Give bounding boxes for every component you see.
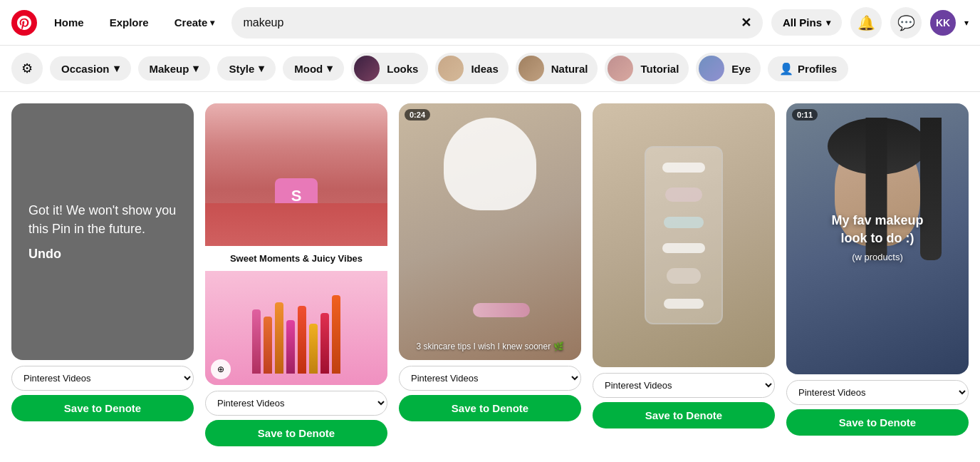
sliders-icon: ⚙ (21, 61, 33, 76)
eye-thumb (699, 56, 724, 81)
pin-1-board-select[interactable]: Pinterest Videos My Board (11, 366, 194, 391)
pin-2-controls: Pinterest Videos My Board Save to Denote (205, 391, 387, 446)
pin-card-dismissed: Got it! We won't show you this Pin in th… (11, 103, 194, 421)
pin-2-image: S Sweet Moments & Juicy Vibes (205, 103, 387, 385)
nav-explore[interactable]: Explore (101, 11, 157, 34)
pin-card-skincare: 0:24 3 skincare tips I wish I knew soone… (399, 103, 581, 421)
filter-looks[interactable]: Looks (351, 53, 428, 84)
pin-4-image (593, 103, 775, 367)
pin-3-save-button[interactable]: Save to Denote (399, 395, 581, 421)
filter-settings-button[interactable]: ⚙ (11, 53, 43, 84)
pin-dismissed-card: Got it! We won't show you this Pin in th… (11, 103, 194, 360)
all-pins-chevron-icon: ▾ (826, 18, 830, 28)
all-pins-button[interactable]: All Pins ▾ (771, 9, 842, 36)
search-clear-icon[interactable]: ✕ (741, 15, 751, 31)
search-bar: makeup ✕ (231, 7, 763, 38)
pin-3-controls: Pinterest Videos My Board Save to Denote (399, 366, 581, 421)
filter-eye[interactable]: Eye (696, 53, 761, 84)
tutorial-thumb (608, 56, 633, 81)
pin-5-image: 0:11 My fav makeuplook to do :)(w produc… (786, 103, 969, 374)
pin-5-video-badge: 0:11 (792, 109, 818, 120)
undo-button[interactable]: Undo (28, 247, 177, 262)
pin-3-overlay-text: 3 skincare tips I wish I knew sooner 🌿 (408, 342, 572, 351)
pin-card-lips: S Sweet Moments & Juicy Vibes (205, 103, 387, 446)
profile-icon: 👤 (779, 62, 793, 76)
pin-5-board-select[interactable]: Pinterest Videos My Board (786, 380, 969, 405)
main-content: Got it! We won't show you this Pin in th… (0, 92, 980, 458)
natural-thumb (518, 56, 544, 81)
pin-5-save-button[interactable]: Save to Denote (786, 409, 969, 436)
filter-ideas[interactable]: Ideas (435, 53, 508, 84)
pin-1-controls: Pinterest Videos My Board Save to Denote (11, 366, 194, 421)
pin-3-image: 0:24 3 skincare tips I wish I knew soone… (399, 103, 581, 360)
style-chevron-icon: ▾ (259, 62, 264, 75)
pin-card-organizer: Pinterest Videos My Board Save to Denote (593, 103, 775, 428)
filter-mood[interactable]: Mood ▾ (283, 56, 344, 81)
filter-bar: ⚙ Occasion ▾ Makeup ▾ Style ▾ Mood ▾ Loo… (0, 46, 980, 92)
occasion-chevron-icon: ▾ (114, 62, 120, 75)
notifications-button[interactable]: 🔔 (850, 7, 882, 38)
create-chevron-icon: ▾ (210, 18, 214, 28)
ideas-thumb (438, 56, 464, 81)
pin-3-video-badge: 0:24 (405, 109, 430, 120)
filter-natural[interactable]: Natural (516, 53, 598, 84)
nav-create[interactable]: Create ▾ (166, 11, 224, 34)
pin-1-save-button[interactable]: Save to Denote (11, 395, 194, 421)
pin-5-controls: Pinterest Videos My Board Save to Denote (786, 380, 969, 436)
search-input[interactable]: makeup (243, 16, 741, 29)
filter-style[interactable]: Style ▾ (217, 56, 276, 81)
messages-button[interactable]: 💬 (890, 7, 922, 38)
avatar-chevron-icon[interactable]: ▾ (964, 18, 969, 28)
pin-5-title: My fav makeuplook to do :)(w products) (805, 212, 951, 266)
looks-thumb (354, 56, 380, 81)
chat-icon: 💬 (897, 14, 915, 31)
dismissed-text: Got it! We won't show you this Pin in th… (28, 202, 177, 237)
filter-tutorial[interactable]: Tutorial (605, 53, 689, 84)
filter-makeup[interactable]: Makeup ▾ (138, 56, 211, 81)
filter-profiles[interactable]: 👤 Profiles (768, 56, 848, 81)
makeup-chevron-icon: ▾ (193, 62, 199, 75)
pin-2-title: Sweet Moments & Juicy Vibes (205, 246, 387, 271)
pin-4-save-button[interactable]: Save to Denote (593, 402, 775, 428)
nav-home[interactable]: Home (46, 11, 93, 34)
pin-card-selfie: 0:11 My fav makeuplook to do :)(w produc… (786, 103, 969, 436)
pin-2-circle-icon[interactable]: ⊕ (211, 359, 231, 379)
pinterest-logo[interactable] (11, 10, 37, 36)
mood-chevron-icon: ▾ (327, 62, 333, 75)
pin-4-board-select[interactable]: Pinterest Videos My Board (593, 373, 775, 398)
pin-2-board-select[interactable]: Pinterest Videos My Board (205, 391, 387, 416)
pin-2-save-button[interactable]: Save to Denote (205, 420, 387, 446)
filter-occasion[interactable]: Occasion ▾ (50, 56, 131, 81)
pin-3-board-select[interactable]: Pinterest Videos My Board (399, 366, 581, 391)
navbar: Home Explore Create ▾ makeup ✕ All Pins … (0, 0, 980, 46)
bell-icon: 🔔 (858, 14, 875, 31)
avatar[interactable]: KK (930, 10, 956, 36)
pins-grid: Got it! We won't show you this Pin in th… (11, 103, 969, 446)
pin-4-controls: Pinterest Videos My Board Save to Denote (593, 373, 775, 428)
